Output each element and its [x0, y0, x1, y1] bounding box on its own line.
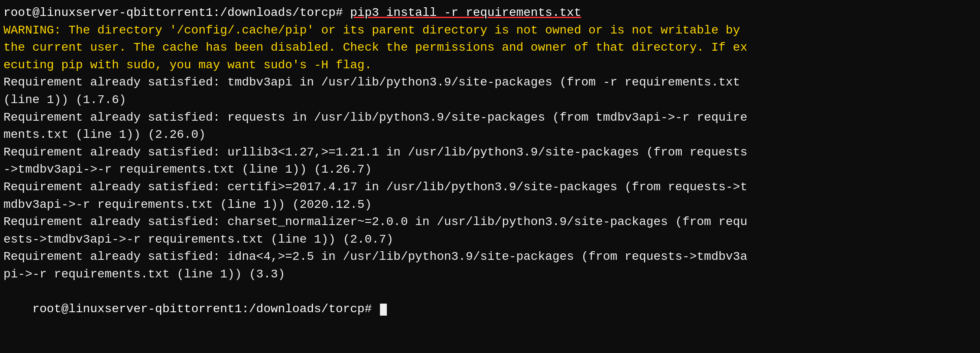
req-line-3b: ->tmdbv3api->-r requirements.txt (line 1… [3, 161, 977, 179]
terminal-window: root@linuxserver-qbittorrent1:/downloads… [0, 0, 980, 353]
req-line-5b: ests->tmdbv3api->-r requirements.txt (li… [3, 231, 977, 249]
command-line: root@linuxserver-qbittorrent1:/downloads… [3, 4, 977, 22]
warning-line-1: WARNING: The directory '/config/.cache/p… [3, 22, 977, 40]
req-line-3a: Requirement already satisfied: urllib3<1… [3, 144, 977, 161]
req-line-2b: ments.txt (line 1)) (2.26.0) [3, 126, 977, 144]
req-line-2a: Requirement already satisfied: requests … [3, 109, 977, 127]
req-line-5a: Requirement already satisfied: charset_n… [3, 213, 977, 231]
command-underlined: pip3 install -r requirements.txt [350, 6, 582, 19]
req-line-1a: Requirement already satisfied: tmdbv3api… [3, 74, 977, 91]
terminal-cursor [380, 304, 387, 316]
warning-line-3: ecuting pip with sudo, you may want sudo… [3, 57, 977, 74]
req-line-4b: mdbv3api->-r requirements.txt (line 1)) … [3, 196, 977, 214]
final-prompt-line[interactable]: root@linuxserver-qbittorrent1:/downloads… [3, 283, 977, 336]
final-prompt-text: root@linuxserver-qbittorrent1:/downloads… [32, 302, 379, 316]
prompt-text: root@linuxserver-qbittorrent1:/downloads… [3, 6, 350, 19]
req-line-6b: pi->-r requirements.txt (line 1)) (3.3) [3, 266, 977, 283]
req-line-6a: Requirement already satisfied: idna<4,>=… [3, 248, 977, 266]
req-line-4a: Requirement already satisfied: certifi>=… [3, 179, 977, 196]
req-line-1b: (line 1)) (1.7.6) [3, 91, 977, 109]
warning-line-2: the current user. The cache has been dis… [3, 39, 977, 57]
